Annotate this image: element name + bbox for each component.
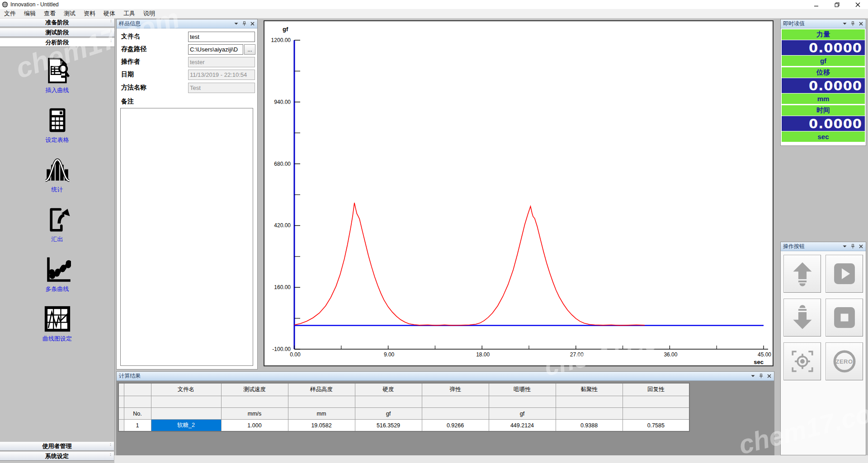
- table-cell[interactable]: 0.9388: [556, 420, 623, 432]
- table-cell[interactable]: [623, 408, 689, 420]
- table-cell[interactable]: 弹性: [422, 383, 489, 396]
- statistics-icon: [44, 156, 71, 183]
- browse-button[interactable]: ...: [244, 44, 255, 55]
- table-cell[interactable]: mm: [288, 408, 355, 420]
- table-cell[interactable]: [422, 396, 489, 408]
- table-cell[interactable]: 硬度: [355, 383, 422, 396]
- field-label: 文件名: [121, 33, 140, 41]
- table-cell[interactable]: [623, 396, 689, 408]
- stop-button[interactable]: [826, 299, 863, 337]
- table-cell[interactable]: [124, 383, 151, 396]
- menu-item-1[interactable]: 文件: [0, 9, 20, 18]
- panel-close-button[interactable]: [250, 21, 255, 26]
- sidebar-tool[interactable]: 曲线图设定: [42, 305, 72, 343]
- table-cell[interactable]: 回复性: [623, 383, 689, 396]
- close-button[interactable]: [847, 0, 868, 9]
- menu-item-8[interactable]: 说明: [139, 9, 159, 18]
- sidebar-tab[interactable]: 分析阶段:: [0, 38, 114, 47]
- table-cell[interactable]: [422, 408, 489, 420]
- table-cell[interactable]: 0.9266: [422, 420, 489, 432]
- panel-menu-button[interactable]: [750, 374, 755, 379]
- target-button[interactable]: [783, 342, 821, 380]
- row-gutter[interactable]: [118, 396, 124, 408]
- panel-close-button[interactable]: [859, 21, 863, 26]
- table-cell[interactable]: 文件名: [151, 383, 221, 396]
- panel-pin-button[interactable]: [242, 21, 247, 26]
- svg-text:sec: sec: [754, 359, 764, 365]
- panel-close-button[interactable]: [859, 244, 863, 249]
- table-cell[interactable]: 19.0582: [288, 420, 355, 432]
- panel-menu-button[interactable]: [234, 21, 239, 26]
- notes-input[interactable]: [120, 108, 253, 366]
- table-cell[interactable]: [355, 396, 422, 408]
- field-input-2[interactable]: [188, 44, 243, 55]
- table-cell[interactable]: [151, 396, 221, 408]
- table-cell[interactable]: mm/s: [221, 408, 288, 420]
- sidebar-tab[interactable]: 准备阶段:: [0, 18, 114, 27]
- sidebar-tool[interactable]: 插入曲线: [44, 57, 71, 94]
- notes-label: 备注: [121, 96, 134, 107]
- table-cell[interactable]: gf: [355, 408, 422, 420]
- blank-row: [118, 396, 689, 408]
- sidebar-tab[interactable]: 测试阶段:: [0, 28, 114, 37]
- minimize-button[interactable]: [806, 0, 826, 9]
- table-cell[interactable]: 测试速度: [221, 383, 288, 396]
- table-cell[interactable]: [489, 396, 556, 408]
- table-cell[interactable]: 咀嚼性: [489, 383, 556, 396]
- menu-bar: 文件编辑查看测试资料硬体工具说明: [0, 9, 868, 19]
- app-logo-icon: [2, 1, 8, 8]
- table-cell[interactable]: No.: [124, 408, 151, 420]
- sidebar-tool-label: 插入曲线: [46, 86, 69, 94]
- sidebar-tool[interactable]: 统计: [44, 156, 71, 194]
- svg-text:gf: gf: [283, 26, 288, 33]
- field-row: 存盘路径: [121, 44, 146, 55]
- menu-item-4[interactable]: 测试: [60, 9, 80, 18]
- sidebar-tool[interactable]: 设定表格: [44, 107, 71, 144]
- table-cell[interactable]: [151, 408, 221, 420]
- panel-pin-button[interactable]: [759, 374, 764, 379]
- table-cell[interactable]: 1: [124, 420, 151, 432]
- table-cell[interactable]: 软糖_2: [151, 420, 221, 432]
- table-cell[interactable]: [124, 396, 151, 408]
- field-input-1[interactable]: [188, 32, 255, 42]
- table-cell[interactable]: gf: [489, 408, 556, 420]
- sidebar-tool[interactable]: 汇出: [44, 206, 71, 243]
- zero-button[interactable]: ZERO: [826, 342, 863, 380]
- operation-buttons-panel: 操作按钮 ZERO: [780, 242, 866, 455]
- table-cell[interactable]: [556, 396, 623, 408]
- panel-menu-button[interactable]: [842, 244, 847, 249]
- row-gutter[interactable]: [118, 383, 124, 396]
- menu-item-7[interactable]: 工具: [119, 9, 139, 18]
- grip-dots-icon: :: [110, 19, 112, 23]
- table-cell[interactable]: [556, 408, 623, 420]
- row-gutter[interactable]: [118, 408, 124, 420]
- menu-item-5[interactable]: 资料: [80, 9, 99, 18]
- panel-pin-button[interactable]: [850, 244, 855, 249]
- table-cell[interactable]: 1.000: [221, 420, 288, 432]
- menu-item-2[interactable]: 编辑: [20, 9, 40, 18]
- sidebar-tab-label: 系统设定: [45, 452, 69, 460]
- multi-curve-icon: [44, 256, 71, 283]
- table-cell[interactable]: 449.2124: [489, 420, 556, 432]
- menu-item-3[interactable]: 查看: [40, 9, 60, 18]
- table-cell[interactable]: [221, 396, 288, 408]
- sidebar-tool[interactable]: 多条曲线: [44, 256, 71, 293]
- probe-up-button[interactable]: [783, 255, 821, 293]
- start-button[interactable]: [826, 255, 863, 293]
- table-cell[interactable]: 516.3529: [355, 420, 422, 432]
- restore-button[interactable]: [826, 0, 847, 9]
- table-cell[interactable]: 黏聚性: [556, 383, 623, 396]
- probe-down-button[interactable]: [783, 299, 821, 337]
- table-cell[interactable]: 样品高度: [288, 383, 355, 396]
- sidebar-tool-label: 曲线图设定: [42, 335, 72, 343]
- row-gutter[interactable]: [118, 420, 124, 432]
- force-time-chart: -100.00160.00420.00680.00940.001200.000.…: [264, 21, 773, 365]
- panel-pin-button[interactable]: [850, 21, 855, 26]
- panel-menu-button[interactable]: [842, 21, 847, 26]
- menu-item-6[interactable]: 硬体: [99, 9, 119, 18]
- panel-close-button[interactable]: [767, 374, 772, 379]
- table-cell[interactable]: 0.7585: [623, 420, 689, 432]
- sidebar-tab[interactable]: 系统设定:: [0, 452, 114, 461]
- table-cell[interactable]: [288, 396, 355, 408]
- sidebar-tab[interactable]: 使用者管理:: [0, 442, 114, 451]
